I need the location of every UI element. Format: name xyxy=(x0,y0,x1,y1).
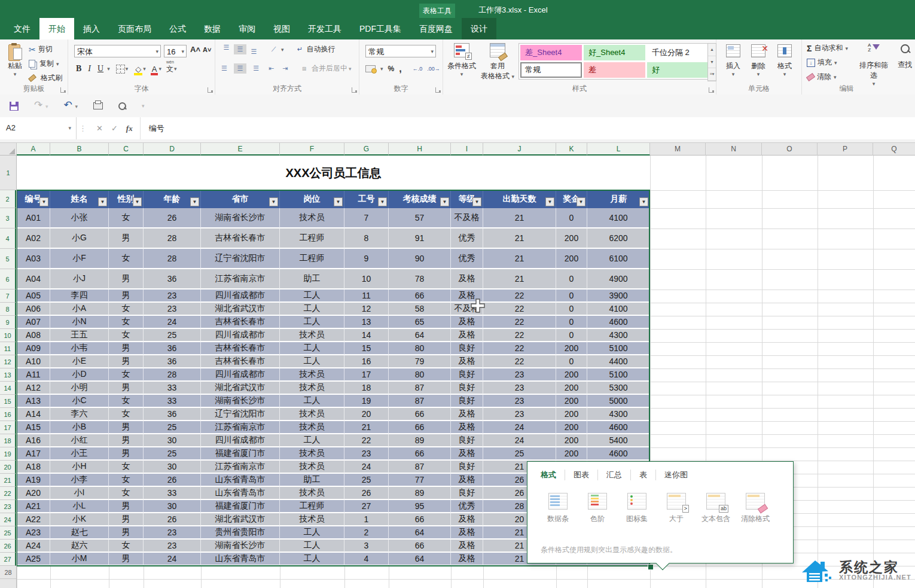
column-header-O[interactable]: O xyxy=(762,143,818,156)
tab-公式[interactable]: 公式 xyxy=(160,18,195,39)
column-header-J[interactable]: J xyxy=(483,143,556,156)
grow-font-button[interactable]: A˄ xyxy=(190,45,200,54)
table-cell[interactable]: 山东省青岛市 xyxy=(201,487,280,500)
table-cell[interactable]: 4100 xyxy=(587,208,650,229)
table-cell[interactable]: 23 xyxy=(483,408,556,421)
cut-button[interactable]: ✂剪切 xyxy=(29,44,53,54)
column-header-E[interactable]: E xyxy=(201,143,280,156)
table-header-考核成绩[interactable]: 考核成绩▼ xyxy=(389,190,451,208)
table-cell[interactable]: 李四 xyxy=(50,290,109,303)
table-cell[interactable]: 良好 xyxy=(451,434,483,447)
table-cell[interactable]: 200 xyxy=(556,421,587,434)
undo-icon[interactable]: ↶ ▾ xyxy=(64,100,78,112)
row-header-20[interactable]: 20 xyxy=(0,461,16,474)
table-cell[interactable]: A20 xyxy=(17,487,50,500)
row-header-13[interactable]: 13 xyxy=(0,368,16,382)
table-cell[interactable]: 17 xyxy=(344,368,389,382)
dialog-launcher-icon[interactable] xyxy=(709,87,714,93)
table-cell[interactable]: 工人 xyxy=(280,553,344,566)
table-cell[interactable]: 湖北省武汉市 xyxy=(201,382,280,395)
table-cell[interactable]: 技术员 xyxy=(280,421,344,434)
table-cell[interactable]: A18 xyxy=(17,461,50,474)
table-cell[interactable]: 小D xyxy=(50,368,109,382)
cell-style-好[interactable]: 好 xyxy=(647,62,709,78)
filter-dropdown-icon[interactable]: ▼ xyxy=(545,197,554,206)
filter-dropdown-icon[interactable]: ▼ xyxy=(133,197,142,206)
table-cell[interactable]: 7 xyxy=(344,208,389,229)
table-cell[interactable]: 山东省青岛市 xyxy=(201,474,280,487)
shrink-font-button[interactable]: A˅ xyxy=(203,46,211,53)
column-header-K[interactable]: K xyxy=(556,143,587,156)
table-cell[interactable]: 优秀 xyxy=(451,249,483,269)
table-cell[interactable]: 25 xyxy=(144,421,201,434)
gallery-scroll-down[interactable]: ▼ xyxy=(708,56,716,69)
merge-center-button[interactable]: 合并后居中 xyxy=(312,63,347,74)
table-cell[interactable]: A04 xyxy=(17,269,50,290)
filter-dropdown-icon[interactable]: ▼ xyxy=(639,197,648,206)
table-cell[interactable]: 2 xyxy=(344,526,389,540)
table-cell[interactable]: 21 xyxy=(344,421,389,434)
row-header-18[interactable]: 18 xyxy=(0,434,16,447)
autosum-button[interactable]: Σ自动求和▾ xyxy=(807,43,848,53)
increase-decimal-button[interactable]: ←.0 xyxy=(413,66,423,72)
table-cell[interactable]: 赵六 xyxy=(50,540,109,553)
table-cell[interactable]: 5300 xyxy=(587,382,650,395)
table-cell[interactable]: 及格 xyxy=(451,474,483,487)
row-header-5[interactable]: 5 xyxy=(0,249,16,269)
format-cells-button[interactable]: 格式▾ xyxy=(773,44,797,77)
row-header-1[interactable]: 1 xyxy=(0,156,16,190)
table-cell[interactable]: 5100 xyxy=(587,342,650,355)
dialog-launcher-icon[interactable] xyxy=(60,87,66,93)
table-cell[interactable]: 及格 xyxy=(451,513,483,526)
column-header-G[interactable]: G xyxy=(344,143,389,156)
table-cell[interactable]: 0 xyxy=(556,355,587,368)
table-cell[interactable]: A11 xyxy=(17,368,50,382)
table-cell[interactable]: 男 xyxy=(109,342,144,355)
tab-审阅[interactable]: 审阅 xyxy=(230,18,264,39)
table-cell[interactable]: A13 xyxy=(17,395,50,408)
table-cell[interactable]: 小K xyxy=(50,513,109,526)
preview-zoom-icon[interactable] xyxy=(118,102,126,110)
table-cell[interactable]: A07 xyxy=(17,316,50,329)
table-header-性别[interactable]: 性别▼ xyxy=(109,190,144,208)
borders-icon[interactable] xyxy=(116,65,125,74)
table-cell[interactable]: 工人 xyxy=(280,355,344,368)
table-cell[interactable]: 男 xyxy=(109,447,144,461)
formula-bar-input[interactable]: 编号 xyxy=(141,123,164,134)
table-cell[interactable]: 技术员 xyxy=(280,513,344,526)
namebox-splitter[interactable]: ⋮ xyxy=(77,124,89,133)
table-cell[interactable]: 小E xyxy=(50,355,109,368)
table-header-月薪[interactable]: 月薪▼ xyxy=(587,190,650,208)
table-cell[interactable]: 6100 xyxy=(587,249,650,269)
table-cell[interactable]: 4 xyxy=(344,553,389,566)
table-cell[interactable]: 及格 xyxy=(451,329,483,342)
table-cell[interactable]: 26 xyxy=(144,208,201,229)
fill-button[interactable]: ↓填充▾ xyxy=(807,57,837,68)
qa-item-文本包含[interactable]: ab文本包含 xyxy=(696,493,736,524)
table-cell[interactable]: 22 xyxy=(344,434,389,447)
table-cell[interactable]: 湖北省武汉市 xyxy=(201,513,280,526)
table-cell[interactable]: 23 xyxy=(144,540,201,553)
table-cell[interactable]: 200 xyxy=(556,382,587,395)
table-cell[interactable]: 技术员 xyxy=(280,461,344,474)
tab-文件[interactable]: 文件 xyxy=(5,18,39,39)
table-cell[interactable]: 女 xyxy=(109,395,144,408)
tab-视图[interactable]: 视图 xyxy=(264,18,299,39)
column-header-I[interactable]: I xyxy=(451,143,483,156)
table-cell[interactable]: 5400 xyxy=(587,434,650,447)
table-cell[interactable]: 9 xyxy=(344,249,389,269)
table-cell[interactable]: 14 xyxy=(344,329,389,342)
table-cell[interactable]: 小C xyxy=(50,395,109,408)
table-cell[interactable]: 22 xyxy=(483,316,556,329)
table-cell[interactable]: A06 xyxy=(17,303,50,316)
table-cell[interactable]: 工程师 xyxy=(280,249,344,269)
table-cell[interactable]: A05 xyxy=(17,290,50,303)
conditional-formatting-button[interactable]: ≠ 条件格式▾ xyxy=(446,43,478,77)
table-cell[interactable]: 26 xyxy=(344,487,389,500)
copy-button[interactable]: 复制 ▾ xyxy=(29,59,59,69)
table-cell[interactable]: 良好 xyxy=(451,461,483,474)
table-cell[interactable]: 小韦 xyxy=(50,342,109,355)
qa-item-大于[interactable]: >大于 xyxy=(657,493,696,524)
table-cell[interactable]: 1 xyxy=(344,513,389,526)
table-cell[interactable]: 33 xyxy=(144,395,201,408)
